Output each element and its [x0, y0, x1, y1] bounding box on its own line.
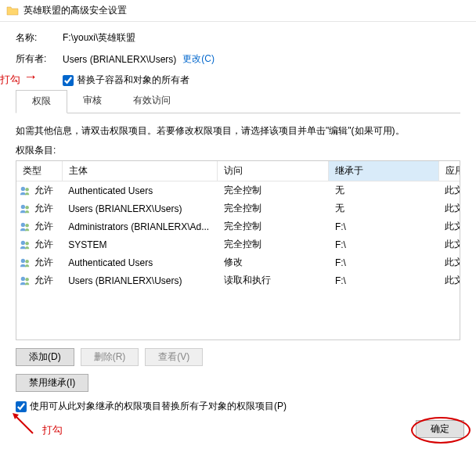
svg-point-5 [25, 224, 29, 228]
permission-entries-label: 权限条目: [16, 144, 460, 157]
view-button: 查看(V) [145, 348, 203, 366]
annotation-arrow-2 [11, 411, 42, 435]
tab-auditing[interactable]: 审核 [67, 90, 117, 113]
replace-child-label: 使用可从此对象继承的权限项目替换所有子对象的权限项目(P) [30, 400, 287, 413]
svg-point-1 [25, 188, 29, 192]
col-inherited[interactable]: 继承于 [329, 161, 438, 181]
table-row[interactable]: 允许SYSTEM完全控制F:\此文件夹 [16, 235, 460, 253]
svg-point-11 [25, 278, 29, 282]
window-title: 英雄联盟的高级安全设置 [23, 4, 127, 17]
replace-child-line[interactable]: 使用可从此对象继承的权限项目替换所有子对象的权限项目(P) [16, 400, 460, 413]
svg-point-8 [21, 259, 25, 263]
annotation-arrow-1: → [23, 69, 38, 85]
table-header: 类型 主体 访问 继承于 应用于 [16, 161, 460, 181]
ok-button[interactable]: 确定 [416, 420, 464, 438]
button-row-2: 禁用继承(I) [16, 374, 460, 392]
disable-inheritance-button[interactable]: 禁用继承(I) [16, 374, 88, 392]
col-principal[interactable]: 主体 [62, 161, 217, 181]
svg-point-3 [25, 206, 29, 210]
svg-point-0 [21, 187, 25, 191]
remove-button: 删除(R) [81, 348, 139, 366]
titlebar: 英雄联盟的高级安全设置 [0, 0, 476, 22]
button-row-1: 添加(D) 删除(R) 查看(V) [16, 348, 460, 366]
table-row[interactable]: 允许Authenticated Users修改F:\此文件夹 [16, 253, 460, 271]
name-value: F:\youxi\英雄联盟 [63, 31, 135, 45]
tab-effective-access[interactable]: 有效访问 [117, 90, 186, 113]
owner-value: Users (BRIANLERX\Users) [63, 54, 176, 65]
replace-owner-line[interactable]: 替换子容器和对象的所有者 [63, 74, 460, 87]
permissions-grid[interactable]: 类型 主体 访问 继承于 应用于 允许Authenticated Users完全… [16, 160, 460, 340]
table-row[interactable]: 允许Users (BRIANLERX\Users)读取和执行F:\此文件夹 [16, 271, 460, 289]
table-row[interactable]: 允许Users (BRIANLERX\Users)完全控制无此文件夹 [16, 199, 460, 217]
replace-owner-label: 替换子容器和对象的所有者 [77, 74, 189, 87]
hint-text: 如需其他信息，请双击权限项目。若要修改权限项目，请选择该项目并单击"编辑"(如果… [16, 124, 460, 138]
table-row[interactable]: 允许Authenticated Users完全控制无此文件夹 [16, 181, 460, 200]
col-applies[interactable]: 应用于 [438, 161, 460, 181]
col-access[interactable]: 访问 [218, 161, 329, 181]
add-button[interactable]: 添加(D) [16, 348, 74, 366]
svg-point-2 [21, 205, 25, 209]
annotation-check-2: 打勾 [42, 423, 63, 437]
table-row[interactable]: 允许Administrators (BRIANLERX\Ad...完全控制F:\… [16, 217, 460, 235]
name-row: 名称: F:\youxi\英雄联盟 [16, 31, 460, 45]
tab-permissions[interactable]: 权限 [16, 90, 67, 113]
replace-child-checkbox[interactable] [16, 401, 27, 412]
svg-point-4 [21, 223, 25, 227]
change-owner-link[interactable]: 更改(C) [182, 52, 215, 66]
svg-point-10 [21, 277, 25, 281]
svg-point-9 [25, 260, 29, 264]
svg-point-6 [21, 241, 25, 245]
col-type[interactable]: 类型 [16, 161, 62, 181]
replace-owner-checkbox[interactable] [63, 75, 74, 86]
annotation-check-1: 打勾 [0, 73, 20, 87]
svg-point-7 [25, 242, 29, 246]
owner-label: 所有者: [16, 52, 63, 66]
folder-icon [6, 5, 19, 17]
tabs: 权限 审核 有效访问 [16, 90, 460, 113]
name-label: 名称: [16, 31, 63, 45]
owner-row: 所有者: Users (BRIANLERX\Users) 更改(C) [16, 52, 460, 66]
